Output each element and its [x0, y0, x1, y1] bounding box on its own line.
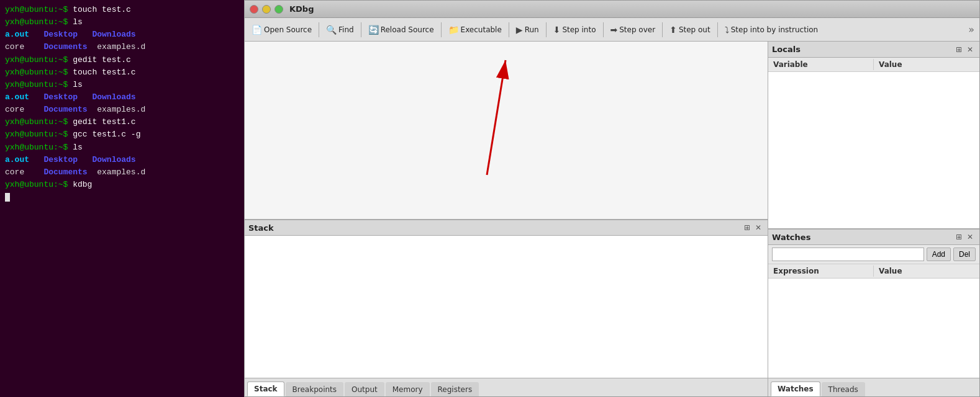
locals-close-button[interactable]: ✕ [964, 44, 976, 55]
tab-registers[interactable]: Registers [431, 382, 479, 396]
toolbar-expand[interactable]: » [966, 24, 977, 35]
term-line: yxh@ubuntu:~$ ls [5, 79, 239, 91]
close-button[interactable] [250, 5, 258, 14]
term-line: yxh@ubuntu:~$ touch test1.c [5, 66, 239, 79]
term-line: yxh@ubuntu:~$ ls [5, 16, 239, 29]
step-into-by-instruction-label: Step into by instruction [731, 25, 819, 34]
watches-expression-header: Expression [768, 265, 874, 277]
step-out-button[interactable]: ⬆ Step out [665, 22, 715, 37]
find-label: Find [338, 25, 354, 34]
step-into-icon: ⬇ [553, 25, 561, 35]
step-into-by-instruction-button[interactable]: ⤵ Step into by instruction [720, 22, 823, 37]
watches-add-button[interactable]: Add [927, 248, 951, 261]
open-source-button[interactable]: 📄 Open Source [247, 22, 316, 37]
find-icon: 🔍 [326, 25, 337, 35]
locals-variable-header: Variable [768, 59, 874, 70]
run-label: Run [525, 25, 539, 34]
left-panel: Stack ⊞ ✕ Stack Breakpoints Output Memor… [245, 42, 768, 396]
locals-header: Locals ⊞ ✕ [768, 42, 979, 58]
stack-content [245, 236, 768, 378]
tab-stack[interactable]: Stack [247, 381, 284, 396]
run-icon: ▶ [516, 25, 523, 35]
toolbar-separator [603, 22, 604, 37]
kdbg-window: KDbg 📄 Open Source 🔍 Find 🔄 Reload Sourc… [244, 0, 980, 397]
watches-column-headers: Expression Value [768, 264, 979, 279]
right-panel: Locals ⊞ ✕ Variable Value Watches ⊞ ✕ [768, 42, 979, 396]
term-line: core Documents examples.d [5, 104, 239, 116]
stack-float-button[interactable]: ⊞ [742, 222, 753, 233]
maximize-button[interactable] [274, 5, 283, 14]
step-into-label: Step into [562, 25, 596, 34]
term-line: core Documents examples.d [5, 41, 239, 53]
watches-float-button[interactable]: ⊞ [953, 231, 964, 243]
term-cursor-line [5, 191, 239, 203]
toolbar-separator [319, 22, 319, 37]
step-over-icon: ➡ [610, 25, 618, 35]
term-line: a.out Desktop Downloads [5, 154, 239, 166]
tab-output[interactable]: Output [345, 382, 384, 396]
stack-title: Stack [248, 223, 742, 233]
watches-title: Watches [772, 233, 953, 242]
locals-column-headers: Variable Value [768, 58, 979, 72]
locals-panel: Locals ⊞ ✕ Variable Value [768, 42, 979, 229]
term-line: a.out Desktop Downloads [5, 91, 239, 104]
main-content: Stack ⊞ ✕ Stack Breakpoints Output Memor… [245, 42, 979, 396]
step-out-icon: ⬆ [669, 25, 677, 35]
title-bar: KDbg [245, 1, 979, 18]
toolbar-separator [441, 22, 442, 37]
toolbar-separator [546, 22, 547, 37]
tab-watches[interactable]: Watches [771, 381, 820, 396]
watches-content: Expression Value [768, 264, 979, 378]
executable-label: Executable [461, 25, 502, 34]
tab-breakpoints[interactable]: Breakpoints [286, 382, 343, 396]
watches-input-row: Add Del [768, 245, 979, 264]
source-view [245, 42, 768, 220]
term-line: core Documents examples.d [5, 166, 239, 179]
minimize-button[interactable] [262, 5, 271, 14]
locals-float-button[interactable]: ⊞ [953, 44, 964, 55]
open-source-label: Open Source [264, 25, 312, 34]
arrow-annotation [245, 42, 768, 219]
watches-close-button[interactable]: ✕ [964, 231, 976, 243]
term-line: a.out Desktop Downloads [5, 29, 239, 41]
reload-source-icon: 🔄 [368, 25, 379, 35]
reload-source-button[interactable]: 🔄 Reload Source [364, 22, 438, 37]
executable-button[interactable]: 📁 Executable [444, 22, 506, 37]
locals-value-header: Value [874, 59, 979, 70]
toolbar-separator [662, 22, 663, 37]
stack-header: Stack ⊞ ✕ [245, 220, 768, 236]
find-button[interactable]: 🔍 Find [322, 22, 358, 37]
watches-expression-input[interactable] [772, 248, 924, 261]
term-line: yxh@ubuntu:~$ gcc test1.c -g [5, 128, 239, 141]
term-line: yxh@ubuntu:~$ gedit test.c [5, 54, 239, 66]
watches-value-header: Value [874, 265, 979, 277]
term-line: yxh@ubuntu:~$ touch test.c [5, 4, 239, 16]
toolbar-separator [361, 22, 361, 37]
step-over-label: Step over [619, 25, 655, 34]
toolbar: 📄 Open Source 🔍 Find 🔄 Reload Source 📁 E… [245, 18, 979, 42]
stack-panel: Stack ⊞ ✕ [245, 220, 768, 378]
term-line: yxh@ubuntu:~$ gedit test1.c [5, 116, 239, 128]
term-line: yxh@ubuntu:~$ kdbg [5, 179, 239, 191]
svg-line-1 [487, 60, 506, 175]
watches-del-button[interactable]: Del [953, 248, 976, 261]
locals-content: Variable Value [768, 58, 979, 228]
watches-tabs: Watches Threads [768, 378, 979, 396]
open-source-icon: 📄 [252, 25, 262, 35]
window-title: KDbg [289, 4, 314, 14]
toolbar-separator [509, 22, 509, 37]
locals-title: Locals [772, 45, 953, 54]
bottom-tabs: Stack Breakpoints Output Memory Register… [245, 378, 768, 396]
step-out-label: Step out [679, 25, 710, 34]
step-over-button[interactable]: ➡ Step over [606, 22, 660, 37]
tab-memory[interactable]: Memory [386, 382, 430, 396]
step-into-by-instruction-icon: ⤵ [725, 25, 729, 35]
run-button[interactable]: ▶ Run [512, 22, 543, 37]
toolbar-separator [717, 22, 718, 37]
step-into-button[interactable]: ⬇ Step into [549, 22, 601, 37]
tab-threads[interactable]: Threads [822, 382, 865, 396]
watches-header: Watches ⊞ ✕ [768, 229, 979, 245]
stack-close-button[interactable]: ✕ [753, 222, 764, 233]
watches-panel: Watches ⊞ ✕ Add Del Expression Value [768, 229, 979, 396]
terminal-panel: yxh@ubuntu:~$ touch test.c yxh@ubuntu:~$… [0, 0, 244, 397]
